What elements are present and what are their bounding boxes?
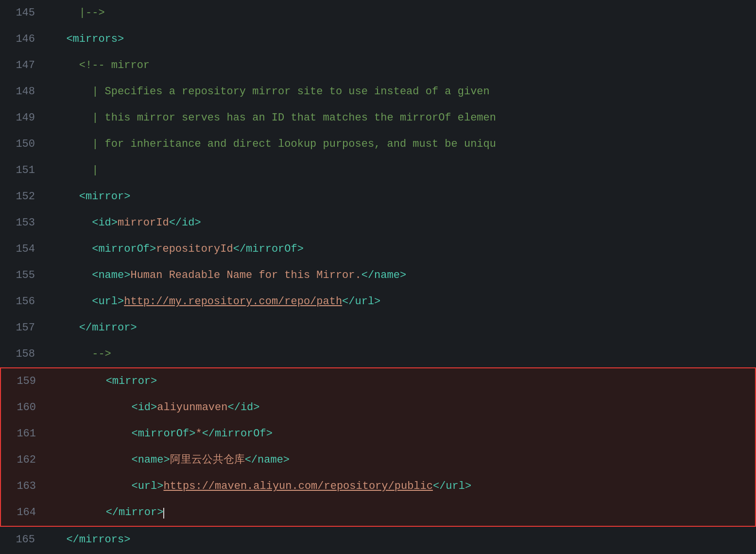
line-163: 163 <url>https://maven.aliyun.com/reposi… — [1, 473, 755, 500]
line-content-152: <mirror> — [49, 184, 756, 210]
line-num-163: 163 — [1, 473, 50, 500]
line-content-147: <!-- mirror — [49, 52, 756, 79]
line-content-162: <name>阿里云公共仓库</name> — [50, 447, 755, 473]
line-content-149: | this mirror serves has an ID that matc… — [49, 105, 756, 131]
line-content-156: <url>http://my.repository.com/repo/path<… — [49, 289, 756, 315]
line-num-160: 160 — [1, 395, 50, 421]
line-num-156: 156 — [0, 289, 49, 315]
line-num-152: 152 — [0, 184, 49, 210]
line-num-164: 164 — [1, 500, 50, 526]
line-num-145: 145 — [0, 0, 49, 26]
line-num-151: 151 — [0, 157, 49, 184]
highlight-block: 159 <mirror> 160 <id>aliyunmaven</id> 16… — [0, 367, 756, 527]
line-num-157: 157 — [0, 315, 49, 341]
line-157: 157 </mirror> — [0, 315, 756, 341]
line-149: 149 | this mirror serves has an ID that … — [0, 105, 756, 131]
line-147: 147 <!-- mirror — [0, 52, 756, 79]
line-152: 152 <mirror> — [0, 184, 756, 210]
line-content-145: |--> — [49, 0, 756, 26]
line-164: 164 </mirror> — [1, 500, 755, 526]
line-content-159: <mirror> — [50, 368, 755, 395]
line-151: 151 | — [0, 157, 756, 184]
line-content-163: <url>https://maven.aliyun.com/repository… — [50, 473, 755, 500]
line-num-154: 154 — [0, 236, 49, 262]
line-content-164: </mirror> — [50, 500, 755, 526]
line-162: 162 <name>阿里云公共仓库</name> — [1, 447, 755, 473]
line-num-162: 162 — [1, 447, 50, 473]
line-content-161: <mirrorOf>*</mirrorOf> — [50, 421, 755, 447]
line-161: 161 <mirrorOf>*</mirrorOf> — [1, 421, 755, 447]
line-153: 153 <id>mirrorId</id> — [0, 210, 756, 236]
line-159: 159 <mirror> — [1, 368, 755, 395]
line-content-158: --> — [49, 341, 756, 367]
line-num-153: 153 — [0, 210, 49, 236]
code-editor: 145 |--> 146 <mirrors> 147 <!-- mirror 1… — [0, 0, 756, 554]
line-150: 150 | for inheritance and direct lookup … — [0, 131, 756, 157]
line-155: 155 <name>Human Readable Name for this M… — [0, 262, 756, 289]
line-num-158: 158 — [0, 341, 49, 367]
line-content-157: </mirror> — [49, 315, 756, 341]
line-num-150: 150 — [0, 131, 49, 157]
line-content-150: | for inheritance and direct lookup purp… — [49, 131, 756, 157]
line-156: 156 <url>http://my.repository.com/repo/p… — [0, 289, 756, 315]
line-148: 148 | Specifies a repository mirror site… — [0, 79, 756, 105]
line-num-155: 155 — [0, 262, 49, 289]
line-content-146: <mirrors> — [49, 26, 756, 52]
line-content-153: <id>mirrorId</id> — [49, 210, 756, 236]
line-num-165: 165 — [0, 527, 49, 553]
text-cursor — [163, 508, 164, 519]
line-content-160: <id>aliyunmaven</id> — [50, 395, 755, 421]
line-160: 160 <id>aliyunmaven</id> — [1, 395, 755, 421]
line-154: 154 <mirrorOf>repositoryId</mirrorOf> — [0, 236, 756, 262]
line-num-147: 147 — [0, 52, 49, 79]
line-165: 165 </mirrors> — [0, 527, 756, 553]
line-num-146: 146 — [0, 26, 49, 52]
line-content-154: <mirrorOf>repositoryId</mirrorOf> — [49, 236, 756, 262]
line-num-148: 148 — [0, 79, 49, 105]
line-content-148: | Specifies a repository mirror site to … — [49, 79, 756, 105]
line-145: 145 |--> — [0, 0, 756, 26]
line-content-151: | — [49, 157, 756, 184]
line-num-159: 159 — [1, 368, 50, 395]
line-146: 146 <mirrors> — [0, 26, 756, 52]
line-num-149: 149 — [0, 105, 49, 131]
line-content-155: <name>Human Readable Name for this Mirro… — [49, 262, 756, 289]
line-158: 158 --> — [0, 341, 756, 367]
line-num-161: 161 — [1, 421, 50, 447]
line-content-165: </mirrors> — [49, 527, 756, 553]
